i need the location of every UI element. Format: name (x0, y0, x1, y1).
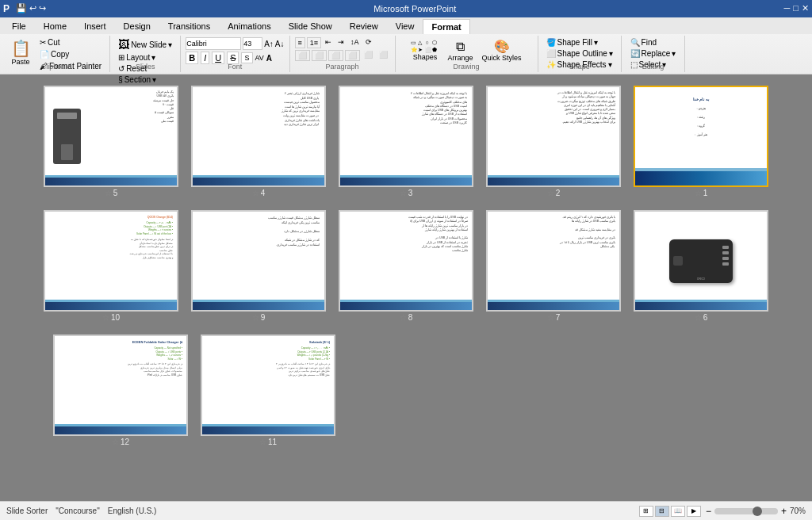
slide-thumb-2[interactable]: با توجه به اینکه امروزه نقل و انتقال اطل… (486, 86, 621, 187)
slide-star-2[interactable]: ☆ (547, 189, 554, 197)
slide-num-2: 2 (556, 189, 561, 197)
slide-thumb-1[interactable]: به نام خدا هنرجو :رشته :گروه :هنر آموز : (634, 86, 768, 187)
convert-to-smartart-btn[interactable]: ⟳ (363, 37, 374, 48)
decrease-indent-btn[interactable]: ⇤ (323, 37, 334, 48)
slide-thumb-11[interactable]: Solatrab ($۱۱) • Capacity — ۱۲٫۰۰۰ mAh •… (201, 335, 335, 436)
slide-num-10: 10 (111, 313, 120, 322)
tab-format[interactable]: Format (423, 19, 469, 34)
slide-star-3[interactable]: ☆ (400, 189, 407, 197)
editing-label: Editing (622, 63, 684, 71)
normal-view-btn[interactable]: ⊞ (639, 506, 653, 517)
align-left-btn[interactable]: ⬜ (295, 50, 310, 61)
zoom-slider[interactable] (714, 508, 778, 514)
slide-star-10[interactable]: ☆ (102, 313, 109, 322)
slide-star-7[interactable]: ☆ (547, 313, 554, 322)
slide-thumb-12[interactable]: ECEEN Foldable Solar Charger (۵ • Capaci… (53, 335, 188, 436)
slide-thumb-3[interactable]: با توجه به اینکه امروزه نقل و انتقال اطل… (339, 86, 473, 187)
tab-animations[interactable]: Animations (219, 18, 279, 34)
ribbon: P 💾 ↩ ↪ Microsoft PowerPoint ─ □ ✕ File … (0, 0, 812, 75)
slide-wrapper-12: ECEEN Foldable Solar Charger (۵ • Capaci… (53, 335, 188, 446)
slide-thumb-5[interactable]: یک پایم جریانباتری USB ۵Vحل قیمت مرستهقی… (44, 86, 178, 187)
slide-thumb-8[interactable]: در نهایت USB را با استفاده از قدرت شب قی… (339, 210, 473, 312)
slideshow-view-btn[interactable]: ▶ (687, 506, 701, 517)
find-button[interactable]: 🔍 Find (627, 37, 660, 48)
copy-button[interactable]: 📄 Copy (36, 49, 105, 59)
slide-thumb-7[interactable]: با باتری خورشیدی دارد که ۱ انرژی ریتم قد… (486, 210, 621, 312)
tab-transitions[interactable]: Transitions (159, 18, 219, 34)
shape-outline-button[interactable]: ⬜ Shape Outline ▾ (543, 48, 616, 59)
slide-star-9[interactable]: ☆ (252, 313, 259, 322)
columns-btn[interactable]: ⬜ (362, 50, 375, 61)
layout-button[interactable]: ⊞ Layout ▾ (115, 52, 159, 63)
slide-star-8[interactable]: ☆ (400, 313, 407, 322)
zoom-in-btn[interactable]: + (781, 506, 787, 517)
maximize-btn[interactable]: □ (793, 3, 799, 13)
redo-icon[interactable]: ↪ (39, 3, 46, 13)
slide-thumb-10[interactable]: QOOS Orange ($14) • Capacity — ۴٫۵۰۰mAh … (44, 210, 178, 312)
tab-slideshow[interactable]: Slide Show (280, 18, 341, 34)
slide-num-5: 5 (113, 189, 118, 197)
decrease-font-btn[interactable]: A↓ (275, 40, 285, 48)
tab-design[interactable]: Design (115, 18, 159, 34)
slide-num-1: 1 (703, 189, 708, 197)
ribbon-tab-bar: File Home Insert Design Transitions Anim… (0, 17, 812, 35)
font-color-btn[interactable]: A (266, 54, 272, 63)
slide-num-4: 4 (261, 189, 266, 197)
increase-font-btn[interactable]: A↑ (264, 40, 274, 48)
statusbar: Slide Sorter "Concourse" English (U.S.) … (0, 501, 812, 520)
font-label: Font (181, 63, 289, 71)
save-icon[interactable]: 💾 (16, 3, 27, 13)
slide-wrapper-4: شارژ خریداری ارزانی تبصر ۲ ​ یاری USB کا… (191, 86, 326, 197)
slide-thumb-9[interactable]: سطل شارژر مشکل قیمت شارژر مناسب مناسب تر… (191, 210, 326, 312)
tab-file[interactable]: File (3, 18, 35, 34)
slide-thumb-4[interactable]: شارژ خریداری ارزانی تبصر ۲ ​ یاری USB کا… (191, 86, 326, 187)
slide-star-4[interactable]: ☆ (252, 189, 259, 197)
tab-review[interactable]: Review (341, 18, 387, 34)
slide-num-6: 6 (703, 313, 708, 322)
text-direction-btn[interactable]: ↕A (348, 37, 362, 48)
increase-indent-btn[interactable]: ⇥ (335, 37, 347, 48)
slide-sorter-view-btn[interactable]: ⊟ (655, 506, 669, 517)
slide-star-6[interactable]: ☆ (695, 313, 702, 322)
cut-button[interactable]: ✂ Cut (36, 37, 105, 48)
replace-button[interactable]: 🔄 Replace ▾ (627, 48, 680, 59)
reading-view-btn[interactable]: 📖 (671, 506, 685, 517)
minimize-btn[interactable]: ─ (784, 3, 791, 13)
zoom-level[interactable]: 70% (790, 507, 806, 515)
slide-star-5[interactable]: ☆ (105, 189, 112, 197)
numbering-btn[interactable]: 1≡ (307, 37, 321, 48)
quick-styles-button[interactable]: 🎨 Quick Styles (479, 37, 525, 63)
group-clipboard: 📋 Paste ✂ Cut 📄 Copy 🖌 Format Painter Cl… (3, 36, 110, 72)
char-spacing-btn[interactable]: AV (255, 54, 264, 62)
shape-fill-button[interactable]: 🪣 Shape Fill ▾ (543, 37, 601, 48)
slide-num-3: 3 (408, 189, 413, 197)
tab-view[interactable]: View (387, 18, 423, 34)
zoom-thumb[interactable] (753, 507, 762, 516)
zoom-out-btn[interactable]: − (706, 506, 711, 517)
tab-home[interactable]: Home (35, 18, 75, 34)
slides-label: Slides (110, 63, 180, 71)
slide-star-1[interactable]: ☆ (695, 189, 702, 197)
justify-btn[interactable]: ⬜ (345, 50, 360, 61)
slide-thumb-6[interactable]: ORICO (634, 210, 768, 312)
shapes-button[interactable]: ▭△○⬡ ⭐➤⬜⬟ Shapes (408, 38, 442, 63)
slide-wrapper-1: به نام خدا هنرجو :رشته :گروه :هنر آموز :… (634, 86, 768, 197)
shadow-btn[interactable]: S (241, 52, 252, 63)
new-slide-button[interactable]: 🖼 New Slide ▾ (115, 37, 175, 52)
slide-star-11[interactable]: ☆ (259, 438, 266, 446)
align-right-btn[interactable]: ⬜ (328, 50, 343, 61)
font-size-input[interactable] (243, 37, 262, 50)
group-editing: 🔍 Find 🔄 Replace ▾ ⬚ Select ▾ Editing (622, 36, 685, 72)
bullets-btn[interactable]: ≡ (295, 37, 305, 48)
tab-insert[interactable]: Insert (75, 18, 115, 34)
section-button[interactable]: § Section ▾ (115, 75, 159, 85)
undo-icon[interactable]: ↩ (29, 3, 36, 13)
close-btn[interactable]: ✕ (802, 3, 809, 13)
slide-star-12[interactable]: ☆ (112, 438, 119, 446)
line-spacing-btn[interactable]: ⬜ (377, 50, 390, 61)
font-name-input[interactable] (186, 37, 241, 50)
align-center-btn[interactable]: ⬜ (312, 50, 327, 61)
app-icon: P (3, 3, 10, 14)
arrange-button[interactable]: ⧉ Arrange (444, 38, 476, 63)
drawing-label: Drawing (396, 63, 538, 71)
